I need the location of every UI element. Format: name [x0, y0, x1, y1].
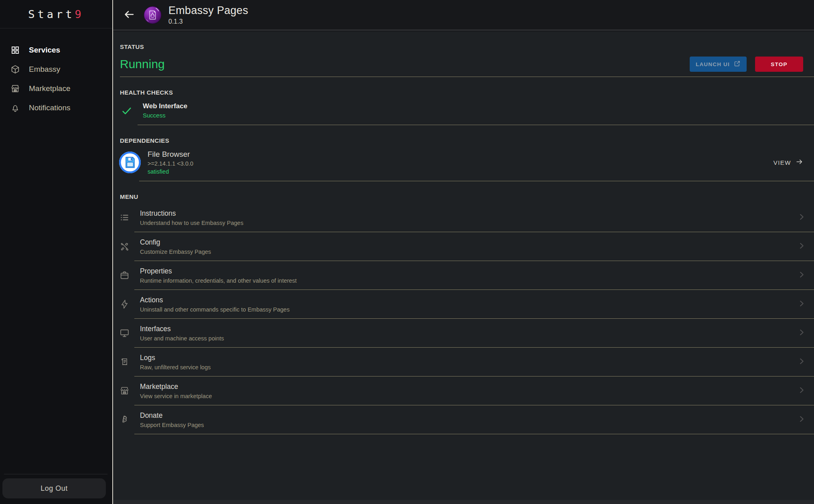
chevron-right-icon — [797, 270, 806, 281]
page-version: 0.1.3 — [168, 18, 248, 25]
menu-item-donate[interactable]: Donate Support Embassy Pages — [113, 405, 814, 434]
storefront-icon — [119, 385, 130, 397]
menu-item-logs[interactable]: Logs Raw, unfiltered service logs — [113, 348, 814, 376]
menu-item-text: Actions Uninstall and other commands spe… — [140, 296, 290, 313]
menu-item-title: Properties — [140, 267, 297, 275]
storefront-icon — [10, 83, 20, 94]
bitcoin-icon — [119, 414, 130, 425]
dependencies-section-label: DEPENDENCIES — [120, 137, 814, 144]
section-divider — [120, 77, 814, 77]
menu-item-description: Runtime information, credentials, and ot… — [140, 277, 297, 284]
menu-item-marketplace[interactable]: Marketplace View service in marketplace — [113, 376, 814, 405]
menu-item-description: View service in marketplace — [140, 393, 212, 399]
menu-item-title: Donate — [140, 411, 204, 420]
lightning-icon — [119, 299, 130, 310]
menu-item-title: Interfaces — [140, 325, 224, 333]
dependency-text: File Browser >=2.14.1.1 <3.0.0 satisfied — [148, 150, 193, 175]
menu-divider — [134, 232, 814, 232]
checkmark-icon — [121, 105, 132, 116]
chevron-right-icon — [797, 213, 806, 223]
chevron-right-icon — [797, 241, 806, 252]
cube-icon — [10, 64, 20, 75]
menu-divider — [134, 347, 814, 348]
stop-button[interactable]: STOP — [755, 57, 803, 72]
receipt-icon — [119, 356, 130, 368]
menu-divider — [134, 261, 814, 261]
status-value: Running — [120, 57, 165, 71]
menu-item-text: Marketplace View service in marketplace — [140, 383, 212, 399]
health-check-row: Web Interface Success — [121, 102, 814, 119]
sidebar-nav: Services Embassy Marketplace Notificatio… — [0, 28, 112, 117]
sidebar-item-label: Marketplace — [29, 84, 71, 93]
menu-item-properties[interactable]: Properties Runtime information, credenti… — [113, 261, 814, 289]
list-icon — [119, 212, 130, 223]
dependency-status: satisfied — [148, 168, 193, 175]
menu-item-interfaces[interactable]: Interfaces User and machine access point… — [113, 319, 814, 347]
bell-icon — [10, 103, 20, 113]
menu-item-config[interactable]: Config Customize Embassy Pages — [113, 232, 814, 261]
service-content: STATUS Running LAUNCH UI STOP HEALTH CHE… — [113, 31, 814, 504]
menu-item-description: Uninstall and other commands specific to… — [140, 306, 290, 313]
launch-ui-button[interactable]: LAUNCH UI — [690, 57, 747, 72]
health-check-name: Web Interface — [143, 102, 187, 110]
menu-divider — [134, 289, 814, 290]
menu-list: Instructions Understand how to use Embas… — [113, 203, 814, 434]
sidebar-item-embassy[interactable]: Embassy — [0, 60, 112, 79]
bottom-scroll-strip — [113, 500, 814, 504]
status-buttons: LAUNCH UI STOP — [690, 57, 803, 72]
menu-item-description: User and machine access points — [140, 335, 224, 342]
menu-item-instructions[interactable]: Instructions Understand how to use Embas… — [113, 203, 814, 232]
section-divider — [138, 125, 814, 125]
back-arrow-icon — [123, 8, 135, 22]
back-button[interactable] — [121, 7, 137, 23]
menu-item-text: Donate Support Embassy Pages — [140, 411, 204, 428]
menu-item-description: Support Embassy Pages — [140, 422, 204, 428]
section-divider — [139, 181, 814, 181]
menu-item-actions[interactable]: Actions Uninstall and other commands spe… — [113, 290, 814, 318]
logo-accent-9: 9 — [75, 8, 84, 20]
service-header: Embassy Pages 0.1.3 — [113, 0, 814, 30]
briefcase-icon — [119, 270, 130, 281]
menu-item-description: Customize Embassy Pages — [140, 249, 211, 255]
dependency-view-link[interactable]: VIEW — [774, 158, 803, 167]
chevron-right-icon — [797, 415, 806, 425]
dependency-name: File Browser — [148, 150, 193, 159]
sidebar-item-services[interactable]: Services — [0, 40, 112, 60]
grid-icon — [10, 45, 20, 55]
dependency-row[interactable]: File Browser >=2.14.1.1 <3.0.0 satisfied… — [119, 150, 803, 175]
menu-item-text: Instructions Understand how to use Embas… — [140, 209, 243, 226]
start9-logo-text: Start9 — [28, 8, 84, 20]
sidebar-item-marketplace[interactable]: Marketplace — [0, 79, 112, 98]
menu-item-description: Raw, unfiltered service logs — [140, 364, 211, 370]
logo-main: Start — [28, 8, 75, 20]
chevron-right-icon — [797, 357, 806, 367]
logout-button[interactable]: Log Out — [2, 478, 106, 498]
menu-item-text: Logs Raw, unfiltered service logs — [140, 354, 211, 370]
sidebar-item-label: Notifications — [29, 103, 71, 112]
menu-item-description: Understand how to use Embassy Pages — [140, 220, 243, 226]
menu-item-title: Actions — [140, 296, 290, 304]
sidebar: Start9 Services Embassy Marketplace — [0, 0, 113, 504]
menu-item-title: Logs — [140, 354, 211, 362]
launch-ui-label: LAUNCH UI — [696, 61, 730, 67]
chevron-right-icon — [797, 299, 806, 310]
monitor-icon — [119, 328, 130, 339]
chevron-right-icon — [797, 386, 806, 396]
page-title: Embassy Pages — [168, 4, 248, 17]
file-browser-floppy-icon — [119, 151, 141, 174]
sidebar-divider — [4, 474, 107, 474]
menu-item-title: Config — [140, 238, 211, 247]
menu-divider — [134, 434, 814, 434]
status-section-label: STATUS — [120, 43, 814, 50]
external-link-icon — [734, 60, 741, 68]
menu-divider — [134, 376, 814, 376]
logo: Start9 — [0, 0, 112, 28]
title-block: Embassy Pages 0.1.3 — [168, 4, 248, 25]
menu-divider — [134, 405, 814, 405]
embassy-service-page: Start9 Services Embassy Marketplace — [0, 0, 814, 504]
sidebar-item-label: Services — [29, 46, 60, 55]
status-row: Running LAUNCH UI STOP — [120, 52, 803, 77]
health-section-label: HEALTH CHECKS — [120, 89, 814, 96]
sidebar-item-notifications[interactable]: Notifications — [0, 98, 112, 117]
view-label: VIEW — [774, 159, 791, 166]
